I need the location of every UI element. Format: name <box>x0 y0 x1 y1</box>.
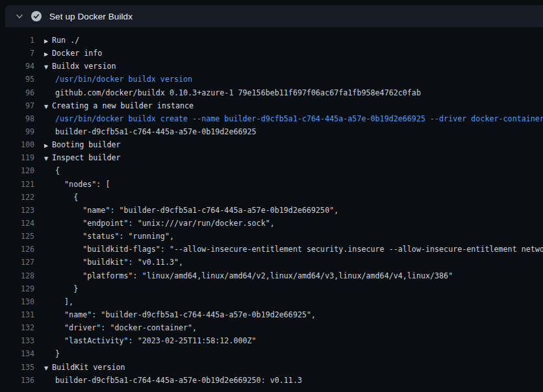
log-line: 96github.com/docker/buildx 0.10.3+azure-… <box>0 86 543 99</box>
line-number[interactable]: 136 <box>0 374 34 387</box>
command-text: /usr/bin/docker buildx version <box>55 75 192 84</box>
log-line: 130 ], <box>0 295 543 308</box>
group-title[interactable]: Buildx version <box>52 62 116 71</box>
line-number[interactable]: 94 <box>0 60 34 73</box>
output-text: github.com/docker/buildx 0.10.3+azure-1 … <box>55 88 421 97</box>
log-line: 97▼Creating a new builder instance <box>0 99 543 112</box>
triangle-down-icon[interactable]: ▼ <box>44 61 52 73</box>
log-line: 131 "name": "builder-d9cfb5a1-c764-445a-… <box>0 308 543 321</box>
check-circle-icon <box>31 11 42 21</box>
output-text: builder-d9cfb5a1-c764-445a-a57e-0b19d2e6… <box>55 376 302 385</box>
line-number[interactable]: 97 <box>0 99 34 112</box>
log-line: 129 } <box>0 282 543 295</box>
group-title[interactable]: Booting builder <box>52 140 121 149</box>
log-line: 125 "status": "running", <box>0 230 543 243</box>
line-number[interactable]: 134 <box>0 347 34 360</box>
group-title[interactable]: Run ./ <box>52 36 79 45</box>
triangle-right-icon[interactable]: ▶ <box>44 140 52 151</box>
line-number[interactable]: 100 <box>0 138 34 151</box>
log-line: 133 "lastActivity": "2023-02-25T11:58:12… <box>0 334 543 347</box>
output-text: "buildkitd-flags": "--allow-insecure-ent… <box>55 245 543 254</box>
output-text: { <box>55 166 60 175</box>
chevron-down-icon[interactable] <box>16 12 23 20</box>
log-line: 122 { <box>0 191 543 204</box>
log-line: 121 "nodes": [ <box>0 178 543 191</box>
log-line: 132 "driver": "docker-container", <box>0 321 543 334</box>
log-line: 94▼Buildx version <box>0 60 543 73</box>
step-header[interactable]: Set up Docker Buildx <box>5 5 543 27</box>
log-line: 126 "buildkitd-flags": "--allow-insecure… <box>0 243 543 256</box>
log-line: 7▶Docker info <box>0 47 543 60</box>
log-line: 120{ <box>0 164 543 177</box>
line-number[interactable]: 121 <box>0 178 34 191</box>
line-number[interactable]: 135 <box>0 361 34 374</box>
log-line: 128 "platforms": "linux/amd64,linux/amd6… <box>0 269 543 282</box>
line-number[interactable]: 1 <box>0 34 34 47</box>
output-text: builder-d9cfb5a1-c764-445a-a57e-0b19d2e6… <box>55 127 257 136</box>
triangle-down-icon[interactable]: ▼ <box>44 101 52 112</box>
output-text: "platforms": "linux/amd64,linux/amd64/v2… <box>55 271 453 280</box>
log-line: 99builder-d9cfb5a1-c764-445a-a57e-0b19d2… <box>0 125 543 138</box>
output-text: "buildkit": "v0.11.3", <box>55 258 183 267</box>
log-line: 1▶Run ./ <box>0 34 543 47</box>
output-text: ], <box>55 297 73 306</box>
output-text: "status": "running", <box>55 232 174 241</box>
output-text: } <box>55 349 60 358</box>
line-number[interactable]: 125 <box>0 230 34 243</box>
line-number[interactable]: 127 <box>0 256 34 269</box>
triangle-down-icon[interactable]: ▼ <box>44 362 52 374</box>
line-number[interactable]: 98 <box>0 112 34 125</box>
line-number[interactable]: 122 <box>0 191 34 204</box>
triangle-right-icon[interactable]: ▶ <box>44 48 52 60</box>
output-text: "name": "builder-d9cfb5a1-c764-445a-a57e… <box>55 206 338 215</box>
log-line: 123 "name": "builder-d9cfb5a1-c764-445a-… <box>0 204 543 217</box>
log-line: 127 "buildkit": "v0.11.3", <box>0 256 543 269</box>
log-line: 135▼BuildKit version <box>0 361 543 374</box>
output-text: "nodes": [ <box>55 180 110 189</box>
line-number[interactable]: 99 <box>0 125 34 138</box>
step-title: Set up Docker Buildx <box>49 12 133 21</box>
log-line: 119▼Inspect builder <box>0 151 543 164</box>
line-number[interactable]: 132 <box>0 321 34 334</box>
group-title[interactable]: Docker info <box>52 49 102 58</box>
line-number[interactable]: 133 <box>0 334 34 347</box>
line-number[interactable]: 95 <box>0 73 34 86</box>
line-number[interactable]: 124 <box>0 217 34 230</box>
log-line: 95/usr/bin/docker buildx version <box>0 73 543 86</box>
output-text: "name": "builder-d9cfb5a1-c764-445a-a57e… <box>55 310 316 319</box>
triangle-down-icon[interactable]: ▼ <box>44 153 52 164</box>
output-text: "driver": "docker-container", <box>55 323 197 332</box>
line-number[interactable]: 128 <box>0 269 34 282</box>
line-number[interactable]: 120 <box>0 164 34 177</box>
line-number[interactable]: 126 <box>0 243 34 256</box>
group-title[interactable]: Inspect builder <box>52 153 121 162</box>
triangle-right-icon[interactable]: ▶ <box>44 35 52 47</box>
log-line: 98/usr/bin/docker buildx create --name b… <box>0 112 543 125</box>
command-text: /usr/bin/docker buildx create --name bui… <box>55 114 543 123</box>
output-text: } <box>55 284 78 293</box>
log-line: 136builder-d9cfb5a1-c764-445a-a57e-0b19d… <box>0 374 543 387</box>
log-line: 100▶Booting builder <box>0 138 543 151</box>
line-number[interactable]: 123 <box>0 204 34 217</box>
output-text: "lastActivity": "2023-02-25T11:58:12.000… <box>55 336 257 345</box>
line-number[interactable]: 129 <box>0 282 34 295</box>
line-number[interactable]: 7 <box>0 47 34 60</box>
log-line: 124 "endpoint": "unix:///var/run/docker.… <box>0 217 543 230</box>
output-text: "endpoint": "unix:///var/run/docker.sock… <box>55 219 275 228</box>
line-number[interactable]: 130 <box>0 295 34 308</box>
group-title[interactable]: Creating a new builder instance <box>52 101 194 110</box>
group-title[interactable]: BuildKit version <box>52 363 125 372</box>
output-text: { <box>55 193 78 202</box>
line-number[interactable]: 131 <box>0 308 34 321</box>
line-number[interactable]: 119 <box>0 151 34 164</box>
line-number[interactable]: 96 <box>0 86 34 99</box>
log-line: 134} <box>0 347 543 360</box>
log-viewer: 1▶Run ./7▶Docker info94▼Buildx version95… <box>0 27 543 392</box>
